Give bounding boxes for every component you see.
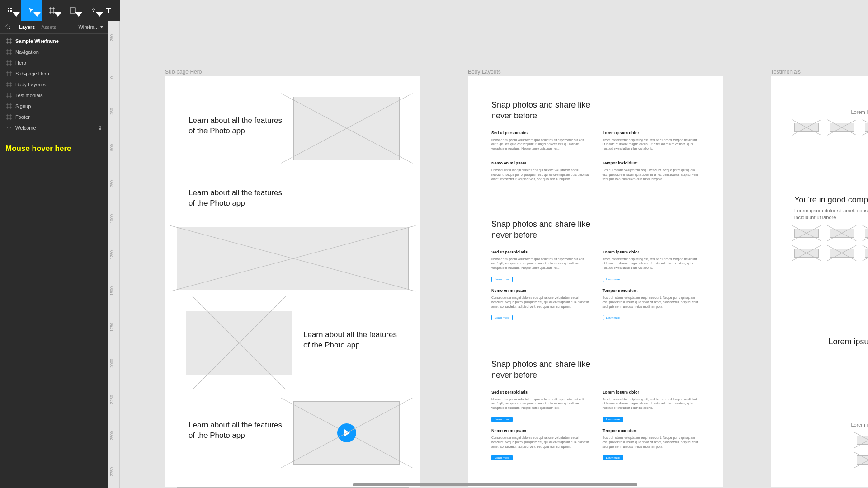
frame-icon — [6, 38, 12, 44]
learn-more-button[interactable]: Learn more — [491, 417, 513, 422]
svg-point-7 — [7, 127, 8, 128]
testimonial-title: Lorem ipsum dolor sit amet, tem — [783, 328, 868, 347]
layer-item[interactable]: Testimonials — [0, 90, 108, 101]
frame-label[interactable]: Body Layouts — [468, 69, 501, 75]
body-title: Snap photos and share like never before — [480, 347, 606, 390]
logo-placeholder — [830, 229, 854, 238]
svg-point-6 — [6, 25, 9, 28]
hero-card[interactable]: Learn about all the features of the Phot… — [177, 392, 409, 476]
body-column: Tempor incididuntEos qui ratione volupta… — [603, 161, 700, 185]
move-tool-button[interactable] — [21, 0, 42, 21]
testimonial-title: You'r — [783, 88, 868, 106]
testimonial-title: You'r — [783, 400, 868, 419]
body-card[interactable]: Snap photos and share like never before … — [480, 88, 712, 197]
testimonials-frame[interactable]: You'r Lorem ipsum dolor sit amet, tem Yo… — [771, 76, 868, 487]
learn-more-button[interactable]: Learn more — [603, 455, 624, 460]
image-placeholder — [293, 97, 400, 160]
logo-placeholder — [865, 229, 868, 238]
toolbar — [0, 0, 120, 21]
body-column: Tempor incididuntEos qui ratione volupta… — [603, 288, 700, 320]
frame-label[interactable]: Sub-page Hero — [165, 69, 202, 75]
logo-placeholder — [794, 123, 819, 132]
body-title: Snap photos and share like never before — [480, 88, 606, 131]
image-placeholder — [177, 227, 409, 290]
hero-card[interactable]: Learn about all the features of the Phot… — [177, 302, 409, 386]
body-column: Nemo enim ipsamConsequuntur magni dolore… — [491, 428, 589, 460]
svg-point-8 — [9, 127, 9, 128]
layer-item[interactable]: Sample Wireframe — [0, 36, 108, 47]
testimonial-card[interactable]: Lorem ipsum dolor sit amet, tem — [783, 328, 868, 373]
logo-placeholder — [857, 436, 868, 445]
text-tool-button[interactable] — [104, 0, 113, 21]
body-column: Sed ut perspiciatisNemo enim ipsam volup… — [491, 250, 589, 282]
frame-icon — [6, 103, 12, 109]
learn-more-button[interactable]: Learn more — [603, 315, 624, 320]
body-column: Tempor incididuntEos qui ratione volupta… — [603, 428, 700, 460]
horizontal-scrollbar[interactable] — [353, 483, 637, 486]
logo-placeholder — [857, 455, 868, 465]
vertical-ruler: -250 0 250 500 750 1000 1250 1500 1750 2… — [108, 21, 120, 488]
logo-placeholder — [794, 249, 819, 258]
body-title: Snap photos and share like never before — [480, 207, 606, 250]
component-icon — [6, 125, 12, 131]
layer-item[interactable]: Footer — [0, 112, 108, 122]
main-menu-button[interactable] — [0, 0, 21, 21]
frame-icon — [6, 71, 12, 76]
canvas[interactable]: Sub-page Hero Learn about all the featur… — [120, 0, 868, 488]
layers-tab[interactable]: Layers — [19, 24, 35, 30]
svg-rect-1 — [10, 8, 12, 9]
search-icon[interactable] — [5, 24, 11, 30]
logo-row — [783, 123, 868, 141]
layer-list: Sample Wireframe Navigation Hero Sub-pag… — [0, 34, 108, 135]
hero-text: Learn about all the features of the Phot… — [303, 330, 403, 351]
body-layouts-frame[interactable]: Snap photos and share like never before … — [468, 76, 723, 487]
pen-tool-button[interactable] — [83, 0, 104, 21]
learn-more-button[interactable]: Learn more — [491, 277, 513, 282]
body-card[interactable]: Snap photos and share like never before … — [480, 347, 712, 472]
body-card[interactable]: Snap photos and share like never before … — [480, 207, 712, 332]
shape-tool-button[interactable] — [62, 0, 83, 21]
frame-icon — [6, 49, 12, 55]
frame-label[interactable]: Testimonials — [771, 69, 801, 75]
hover-annotation: Mouse hover here — [0, 135, 108, 162]
body-column: Lorem ipsum dolorAmet, consectetur adipi… — [603, 131, 700, 155]
testimonial-card[interactable]: You'r Lorem ipsum dolor sit amet, tem — [783, 400, 868, 487]
layer-item[interactable]: Body Layouts — [0, 79, 108, 90]
svg-rect-3 — [10, 10, 12, 12]
body-column: Nemo enim ipsamConsequuntur magni dolore… — [491, 161, 589, 185]
learn-more-button[interactable]: Learn more — [491, 455, 513, 460]
document-name[interactable]: Wirefra... — [78, 24, 103, 30]
svg-point-9 — [10, 127, 11, 128]
hero-card[interactable]: Learn about all the features of the Phot… — [177, 88, 409, 171]
layer-item[interactable]: Sub-page Hero — [0, 68, 108, 79]
testimonial-card[interactable]: You're in good company Lorem ipsum dolor… — [783, 186, 868, 301]
subpage-hero-frame[interactable]: Learn about all the features of the Phot… — [165, 76, 420, 487]
learn-more-button[interactable]: Learn more — [603, 277, 624, 282]
logo-row — [783, 247, 868, 267]
panel-tabs: Layers Assets Wirefra... — [0, 21, 108, 34]
testimonial-subtitle: Lorem ipsum dolor sit amet, consectetur … — [783, 205, 868, 229]
testimonial-card[interactable]: You'r Lorem ipsum dolor sit amet, tem — [783, 88, 868, 159]
learn-more-button[interactable]: Learn more — [491, 315, 513, 320]
lock-icon — [98, 126, 102, 130]
learn-more-button[interactable]: Learn more — [603, 417, 624, 422]
logo-placeholder — [865, 123, 868, 132]
layer-item[interactable]: Navigation — [0, 47, 108, 57]
layer-item[interactable]: Welcome — [0, 122, 108, 133]
body-column: Lorem ipsum dolorAmet, consectetur adipi… — [603, 250, 700, 282]
hero-text: Learn about all the features of the Phot… — [189, 116, 288, 136]
logo-placeholder — [865, 249, 868, 258]
layer-item[interactable]: Hero — [0, 57, 108, 68]
hero-card[interactable]: Learn about all the features of the Phot… — [177, 177, 409, 296]
frame-icon — [6, 60, 12, 66]
logo-placeholder — [794, 229, 819, 238]
frame-tool-button[interactable] — [42, 0, 62, 21]
layer-item[interactable]: Signup — [0, 101, 108, 112]
logo-row — [783, 436, 868, 454]
body-column: Sed ut perspiciatisNemo enim ipsam volup… — [491, 390, 589, 422]
logo-row — [783, 229, 868, 247]
assets-tab[interactable]: Assets — [41, 24, 56, 30]
hero-text: Learn about all the features of the Phot… — [189, 420, 288, 441]
svg-rect-2 — [8, 10, 9, 12]
svg-point-5 — [93, 11, 94, 12]
